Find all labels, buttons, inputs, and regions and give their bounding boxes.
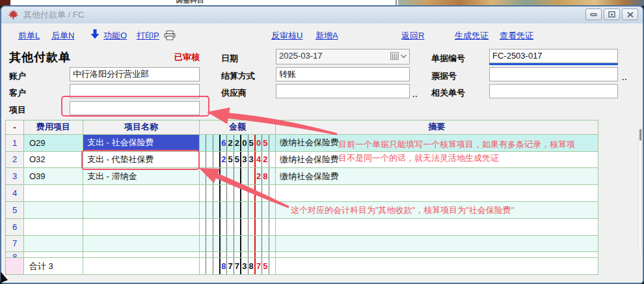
function-dropdown-icon[interactable] xyxy=(90,29,100,39)
vertical-scrollbar[interactable] xyxy=(638,125,642,254)
cell-project-name[interactable] xyxy=(83,185,200,201)
unaudit-button[interactable]: 反审核U xyxy=(271,30,302,42)
return-button[interactable]: 返回R xyxy=(401,30,424,42)
table-row: 7 xyxy=(6,236,598,253)
cell-summary[interactable]: 缴纳社会保险费 xyxy=(276,152,598,168)
window-titlebar[interactable]: 其他付款单 / FC xyxy=(1,7,643,24)
cell-project-name[interactable] xyxy=(83,252,200,257)
account-label: 账户 xyxy=(9,70,26,82)
function-button[interactable]: 功能O xyxy=(103,30,127,42)
account-input[interactable]: 中行洛阳分行营业部 xyxy=(70,67,200,81)
doc-no-label: 单据编号 xyxy=(431,53,465,64)
header-summary: 摘要 xyxy=(276,121,598,134)
settle-method-input[interactable]: 转账 xyxy=(276,67,410,81)
restore-button[interactable] xyxy=(604,8,620,20)
toolbar: 前单L 后单N 功能O 打印P 反审核U 新增A 返回R 生成凭证 查看凭证 xyxy=(1,24,643,44)
doc-no-input[interactable]: FC-2503-017 xyxy=(489,49,618,63)
table-row-clipped: 8 xyxy=(6,252,598,258)
calendar-dropdown-icon[interactable] xyxy=(390,52,407,60)
cell-amount[interactable]: 6220505 xyxy=(200,135,276,151)
cell-summary[interactable] xyxy=(276,185,598,201)
cell-summary[interactable] xyxy=(276,219,598,235)
total-summary xyxy=(276,258,598,274)
add-new-button[interactable]: 新增A xyxy=(315,30,338,42)
detail-grid: - 费用项目 项目名称 金额 摘要 1 O29 支出 - 社会保险费 62205… xyxy=(5,120,598,275)
prev-doc-button[interactable]: 前单L xyxy=(18,30,40,42)
settle-method-label: 结算方式 xyxy=(221,70,255,82)
date-input[interactable]: 2025-03-17 xyxy=(276,49,410,64)
close-button[interactable] xyxy=(622,8,638,20)
bill-no-input[interactable] xyxy=(489,67,618,81)
view-voucher-button[interactable]: 查看凭证 xyxy=(500,30,533,42)
grid-header-row: - 费用项目 项目名称 金额 摘要 xyxy=(6,121,598,135)
related-no-input[interactable] xyxy=(489,84,618,98)
table-row: 1 O29 支出 - 社会保险费 6220505 缴纳社会保险费 xyxy=(6,135,598,152)
backdrop-text-fragment: 调整科目 xyxy=(176,0,204,5)
printer-icon[interactable] xyxy=(164,31,176,40)
total-project-name xyxy=(83,258,200,274)
cell-amount[interactable] xyxy=(200,219,276,235)
customer-input[interactable] xyxy=(70,84,200,98)
date-label: 日期 xyxy=(221,53,238,64)
bill-no-lookup-dots[interactable]: .. xyxy=(622,73,628,82)
screen: 调整科目 其他付款单 / FC xyxy=(0,0,644,284)
cell-amount[interactable] xyxy=(200,202,276,218)
row-number[interactable]: 7 xyxy=(6,236,24,252)
generate-voucher-button[interactable]: 生成凭证 xyxy=(455,30,489,42)
row-number[interactable]: 3 xyxy=(6,168,24,184)
cell-expense-code[interactable] xyxy=(24,185,83,201)
row-number[interactable]: 5 xyxy=(6,202,24,218)
cell-expense-code[interactable] xyxy=(24,202,83,218)
cell-summary[interactable] xyxy=(276,252,598,257)
window-title: 其他付款单 / FC xyxy=(23,9,84,21)
cell-expense-code[interactable]: O32 xyxy=(24,152,83,168)
row-number[interactable]: 4 xyxy=(6,185,24,201)
cell-amount[interactable]: 28 xyxy=(200,168,276,184)
total-label: 合计 3 xyxy=(24,258,83,274)
cell-expense-code[interactable] xyxy=(24,236,83,252)
table-row: 3 O39 支出 - 滞纳金 28 缴纳社会保险费 xyxy=(6,168,598,185)
cell-project-name-selected[interactable]: 支出 - 社会保险费 xyxy=(83,135,200,151)
project-input[interactable] xyxy=(70,101,200,115)
row-number[interactable]: 8 xyxy=(6,252,24,257)
minimize-button[interactable] xyxy=(585,8,602,20)
cell-project-name[interactable]: 支出 - 滞纳金 xyxy=(83,168,200,184)
cell-summary[interactable]: 缴纳社会保险费 xyxy=(276,168,598,184)
restore-icon xyxy=(608,11,615,18)
header-row-selector: - xyxy=(6,121,24,134)
cell-project-name[interactable] xyxy=(83,236,200,252)
total-row: 合计 3 8773875 xyxy=(6,258,598,274)
cell-amount[interactable] xyxy=(200,185,276,201)
cell-project-name[interactable]: 支出 - 代垫社保费 xyxy=(83,152,200,168)
next-doc-button[interactable]: 后单N xyxy=(51,30,74,42)
header-amount: 金额 xyxy=(200,121,276,134)
header-expense-item: 费用项目 xyxy=(24,121,83,134)
cell-expense-code[interactable]: O29 xyxy=(24,135,83,151)
cell-amount[interactable] xyxy=(200,252,276,257)
cell-project-name[interactable] xyxy=(83,219,200,235)
total-row-selector xyxy=(6,258,24,274)
cell-expense-code[interactable] xyxy=(24,252,83,257)
scrollbar-thumb[interactable] xyxy=(639,129,641,141)
print-button[interactable]: 打印P xyxy=(137,30,159,42)
minimize-icon xyxy=(590,12,597,18)
cell-amount[interactable]: 2553342 xyxy=(200,152,276,168)
cell-amount[interactable] xyxy=(200,236,276,252)
cell-summary[interactable] xyxy=(276,202,598,218)
cell-summary[interactable] xyxy=(276,236,598,252)
row-number[interactable]: 1 xyxy=(6,135,24,151)
customer-lookup-dots[interactable]: .. xyxy=(204,90,209,99)
cell-expense-code[interactable] xyxy=(24,219,83,235)
supplier-input[interactable] xyxy=(276,84,410,98)
bill-no-label: 票据号 xyxy=(431,70,457,82)
row-number[interactable]: 2 xyxy=(6,152,24,168)
table-row: 2 O32 支出 - 代垫社保费 2553342 缴纳社会保险费 xyxy=(6,152,598,169)
maple-leaf-icon xyxy=(8,10,19,20)
supplier-lookup-dots[interactable]: .. xyxy=(412,90,418,99)
audit-status-badge: 已审核 xyxy=(174,51,200,63)
cell-expense-code[interactable]: O39 xyxy=(24,168,83,184)
cell-project-name[interactable] xyxy=(83,202,200,218)
calendar-icon xyxy=(390,52,399,60)
cell-summary[interactable]: 缴纳社会保险费 xyxy=(276,135,598,151)
row-number[interactable]: 6 xyxy=(6,219,24,235)
